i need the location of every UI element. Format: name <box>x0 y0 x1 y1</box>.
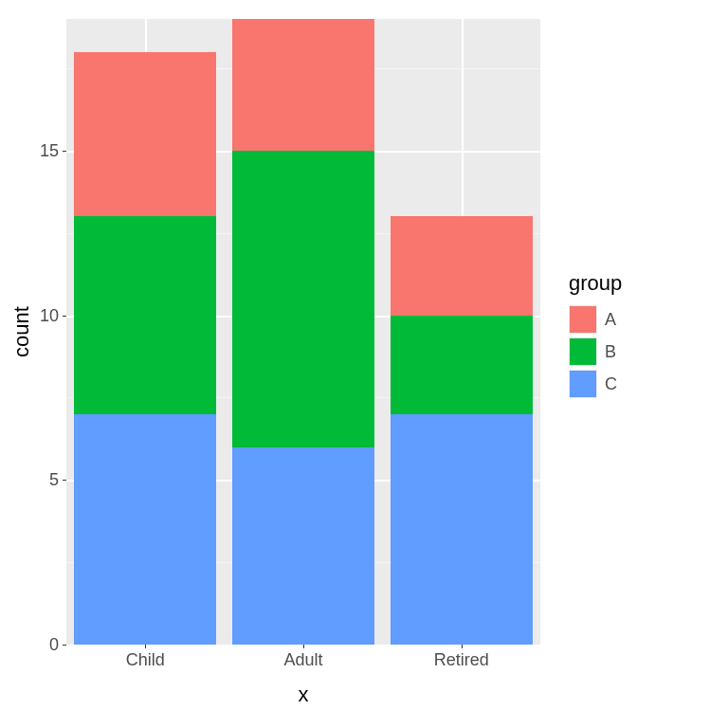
legend-swatch <box>570 338 596 365</box>
x-tick-mark <box>145 645 146 648</box>
legend-item: C <box>569 368 622 400</box>
bar-segment <box>232 19 374 151</box>
legend-key <box>569 370 597 398</box>
y-tick-label: 10 <box>32 305 59 325</box>
y-tick-mark <box>63 151 66 152</box>
stacked-bar-chart: 051015 ChildAdultRetired count x group A… <box>0 0 728 728</box>
x-tick-label: Adult <box>283 650 322 670</box>
y-axis-title-text: count <box>9 306 33 357</box>
legend-item: A <box>569 303 622 336</box>
plot-panel <box>66 19 540 645</box>
y-tick-mark <box>63 480 66 481</box>
bar-segment <box>232 447 374 645</box>
legend-key <box>569 337 597 366</box>
legend-swatch <box>570 371 596 397</box>
legend-item: B <box>569 336 622 368</box>
bar-segment <box>391 414 533 645</box>
y-tick-label: 0 <box>32 635 59 655</box>
bar-segment <box>391 316 533 414</box>
x-tick-label: Child <box>126 650 165 670</box>
y-tick-mark <box>63 316 66 317</box>
y-tick-label: 5 <box>32 470 59 490</box>
x-tick-mark <box>462 645 463 648</box>
legend-swatch <box>570 306 596 333</box>
legend-label: C <box>605 374 617 394</box>
legend: group ABC <box>569 271 622 400</box>
y-axis-title: count <box>9 306 34 357</box>
y-tick-label: 15 <box>32 140 59 160</box>
x-axis-title: x <box>299 682 309 707</box>
x-tick-label: Retired <box>434 650 489 670</box>
legend-label: A <box>605 310 616 330</box>
legend-key <box>569 305 597 334</box>
bar-segment <box>74 216 216 413</box>
bar-segment <box>232 151 374 447</box>
y-tick-mark <box>63 645 66 646</box>
legend-label: B <box>605 342 616 362</box>
bar-segment <box>74 414 216 645</box>
legend-title: group <box>569 271 622 296</box>
bar-segment <box>74 52 216 217</box>
x-tick-mark <box>303 645 304 648</box>
bar-segment <box>391 216 533 315</box>
